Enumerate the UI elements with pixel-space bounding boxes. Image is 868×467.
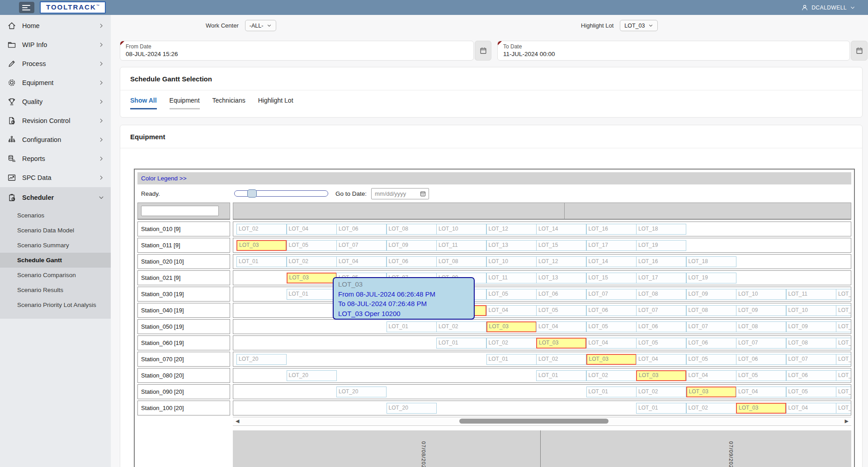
lot-bar[interactable]: LOT_02 — [236, 224, 287, 235]
lot-bar[interactable]: LOT_17 — [586, 240, 637, 251]
horizontal-scrollbar[interactable]: ◀ ▶ — [233, 417, 851, 426]
scroll-right-icon[interactable]: ▶ — [845, 418, 849, 424]
sidebar-subitem-scenario-summary[interactable]: Scenario Summary — [0, 238, 111, 253]
lot-bar-highlighted[interactable]: LOT_03 — [686, 387, 736, 397]
lot-bar[interactable]: LOT_02 — [686, 403, 736, 414]
lot-bar[interactable]: LOT_12 — [536, 256, 586, 267]
lot-bar[interactable]: LOT_01 — [436, 338, 486, 349]
scrollbar-thumb[interactable] — [459, 419, 609, 424]
lot-bar[interactable]: LOT_02 — [436, 321, 486, 332]
lot-bar[interactable]: LOT_18 — [636, 224, 686, 235]
lot-bar-highlighted[interactable]: LOT_03 — [236, 240, 287, 251]
lot-bar[interactable]: LOT_02 — [486, 338, 537, 349]
lot-bar[interactable]: LOT_05 — [287, 240, 337, 251]
lot-bar[interactable]: LOT_10 — [836, 321, 851, 332]
lot-bar[interactable]: LOT_04 — [486, 305, 537, 316]
lot-bar[interactable]: LOT_13 — [486, 240, 537, 251]
zoom-slider[interactable] — [234, 190, 328, 197]
scroll-left-icon[interactable]: ◀ — [236, 418, 239, 424]
lot-bar-highlighted[interactable]: LOT_03 — [736, 403, 786, 414]
lot-bar[interactable]: LOT_07 — [736, 338, 786, 349]
sidebar-item-wip-info[interactable]: WIP Info — [0, 35, 111, 54]
color-legend-link[interactable]: Color Legend >> — [141, 175, 187, 182]
lot-bar[interactable]: LOT_17 — [636, 273, 686, 283]
lot-bar[interactable]: LOT_07 — [586, 289, 637, 300]
tab-equipment[interactable]: Equipment — [170, 97, 200, 109]
lot-bar[interactable]: LOT_09 — [736, 305, 786, 316]
lot-bar[interactable]: LOT_19 — [686, 273, 736, 283]
sidebar-item-quality[interactable]: Quality — [0, 92, 111, 111]
lot-bar[interactable]: LOT_01 — [236, 256, 287, 267]
sidebar-subitem-scenario-data-model[interactable]: Scenario Data Model — [0, 223, 111, 238]
lot-bar[interactable]: LOT_11 — [836, 305, 851, 316]
lot-bar[interactable]: LOT_06 — [786, 370, 836, 381]
to-date-calendar-icon[interactable] — [851, 41, 868, 61]
lot-bar[interactable]: LOT_08 — [387, 224, 437, 235]
lot-bar[interactable]: LOT_05 — [586, 321, 637, 332]
sidebar-item-revision-control[interactable]: Revision Control — [0, 111, 111, 130]
lot-bar[interactable]: LOT_04 — [686, 370, 736, 381]
lot-bar-highlighted[interactable]: LOT_03 — [586, 354, 637, 365]
lot-bar[interactable]: LOT_05 — [686, 354, 736, 365]
lot-bar[interactable]: LOT_06 — [636, 321, 686, 332]
lot-bar[interactable]: LOT_04 — [536, 321, 586, 332]
lot-bar[interactable]: LOT_01 — [287, 289, 337, 300]
lot-bar[interactable]: LOT_04 — [586, 338, 637, 349]
lot-bar[interactable]: LOT_10 — [436, 224, 486, 235]
lot-bar[interactable]: LOT_01 — [636, 403, 686, 414]
lot-bar[interactable]: LOT_20 — [387, 403, 437, 414]
lot-bar[interactable]: LOT_05 — [636, 338, 686, 349]
lot-bar[interactable]: LOT_02 — [636, 387, 686, 397]
lot-bar-highlighted[interactable]: LOT_03 — [486, 321, 537, 332]
lot-bar[interactable]: LOT_06 — [336, 224, 387, 235]
lot-bar[interactable]: LOT_04 — [336, 256, 387, 267]
tab-technicians[interactable]: Technicians — [212, 97, 245, 109]
tab-highlight-lot[interactable]: Highlight Lot — [258, 97, 293, 109]
lot-bar[interactable]: LOT_09 — [786, 321, 836, 332]
lot-bar[interactable]: LOT_05 — [736, 370, 786, 381]
lot-bar[interactable]: LOT_01 — [586, 387, 637, 397]
to-date-field[interactable]: To Date 11-JUL-2024 00:00 — [497, 41, 850, 61]
lot-bar[interactable]: LOT_08 — [736, 321, 786, 332]
lot-bar[interactable]: LOT_08 — [686, 305, 736, 316]
lot-bar[interactable]: LOT_10 — [486, 256, 537, 267]
lot-bar[interactable]: LOT_06 — [536, 289, 586, 300]
highlight-lot-select[interactable]: LOT_03 — [620, 20, 658, 31]
lot-bar[interactable]: LOT_16 — [586, 224, 637, 235]
lot-bar[interactable]: LOT_09 — [836, 338, 851, 349]
lot-bar[interactable]: LOT_04 — [786, 403, 836, 414]
work-center-select[interactable]: -ALL- — [245, 20, 277, 31]
lot-bar[interactable]: LOT_01 — [387, 321, 437, 332]
lot-bar[interactable]: LOT_02 — [586, 370, 637, 381]
lot-bar[interactable]: LOT_16 — [636, 256, 686, 267]
lot-bar[interactable]: LOT_20 — [287, 370, 337, 381]
lot-bar[interactable]: LOT_10 — [736, 289, 786, 300]
lot-bar-highlighted[interactable]: LOT_03 — [636, 370, 686, 381]
tab-show-all[interactable]: Show All — [130, 97, 157, 109]
lot-bar[interactable]: LOT_15 — [536, 240, 586, 251]
from-date-field[interactable]: From Date 08-JUL-2024 15:26 — [120, 41, 474, 61]
lot-bar[interactable]: LOT_20 — [236, 354, 287, 365]
sidebar-item-scheduler[interactable]: Scheduler — [0, 187, 111, 208]
sidebar-subitem-scenario-results[interactable]: Scenario Results — [0, 283, 111, 297]
lot-bar[interactable]: LOT_04 — [287, 224, 337, 235]
station-filter-input[interactable] — [141, 206, 219, 216]
lot-bar[interactable]: LOT_01 — [536, 370, 586, 381]
lot-bar[interactable]: LOT_11 — [786, 289, 836, 300]
lot-bar[interactable]: LOT_07 — [336, 240, 387, 251]
from-date-calendar-icon[interactable] — [475, 41, 491, 61]
lot-bar[interactable]: LOT_05 — [536, 305, 586, 316]
sidebar-subitem-scenario-comparison[interactable]: Scenario Comparison — [0, 268, 111, 283]
lot-bar[interactable]: LOT_10 — [786, 305, 836, 316]
lot-bar[interactable]: LOT_04 — [636, 354, 686, 365]
lot-bar[interactable]: LOT_08 — [436, 256, 486, 267]
lot-bar[interactable]: LOT_13 — [536, 273, 586, 283]
lot-bar[interactable]: LOT_15 — [586, 273, 637, 283]
lot-bar[interactable]: LOT_18 — [686, 256, 736, 267]
sidebar-item-home[interactable]: Home — [0, 16, 111, 35]
lot-bar[interactable]: LOT_09 — [387, 240, 437, 251]
lot-bar[interactable]: LOT_07 — [786, 354, 836, 365]
lot-bar[interactable]: LOT_06 — [387, 256, 437, 267]
lot-bar[interactable]: LOT_04 — [736, 387, 786, 397]
sidebar-subitem-schedule-gantt[interactable]: Schedule Gantt — [0, 253, 111, 268]
